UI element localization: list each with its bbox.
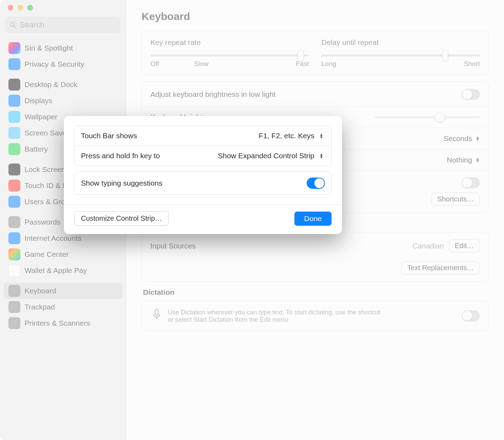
press-hold-fn-label: Press and hold fn key to — [81, 152, 160, 160]
customize-control-strip-button[interactable]: Customize Control Strip… — [74, 211, 169, 226]
typing-suggestions-toggle[interactable] — [307, 178, 325, 189]
touch-bar-shows-label: Touch Bar shows — [81, 132, 137, 140]
chevron-updown-icon: ▲▼ — [318, 152, 325, 160]
done-button[interactable]: Done — [294, 212, 332, 226]
typing-suggestions-label: Show typing suggestions — [81, 179, 162, 187]
press-hold-fn-popup[interactable]: Show Expanded Control Strip ▲▼ — [218, 152, 325, 160]
chevron-updown-icon: ▲▼ — [318, 132, 325, 140]
touch-bar-options-list: Touch Bar shows F1, F2, etc. Keys ▲▼ Pre… — [74, 126, 332, 166]
touch-bar-shows-popup[interactable]: F1, F2, etc. Keys ▲▼ — [259, 132, 325, 140]
system-settings-window: Siri & SpotlightPrivacy & SecurityDeskto… — [0, 0, 504, 440]
touch-bar-settings-sheet: Touch Bar shows F1, F2, etc. Keys ▲▼ Pre… — [64, 116, 342, 234]
